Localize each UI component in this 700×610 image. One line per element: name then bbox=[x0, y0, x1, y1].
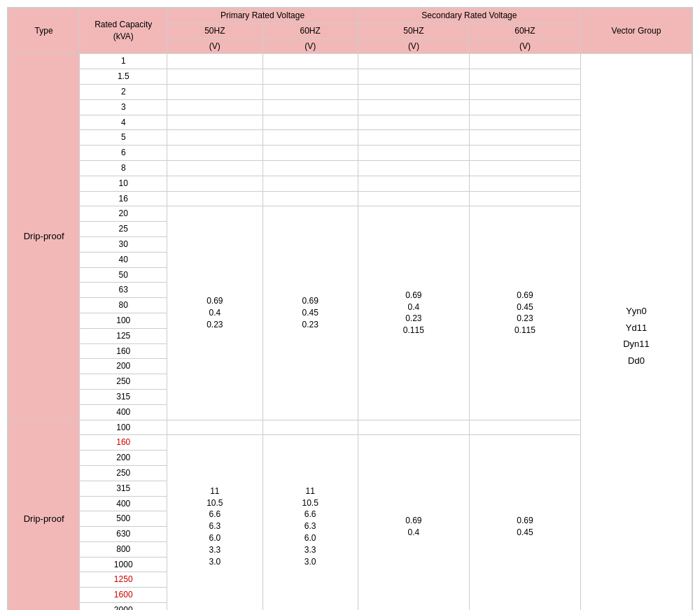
capacity-cell: 80 bbox=[80, 298, 167, 313]
empty-cell bbox=[469, 69, 580, 85]
empty-cell bbox=[167, 69, 262, 85]
empty-cell bbox=[469, 54, 580, 69]
secondary-50hz-header: 50HZ bbox=[358, 23, 469, 38]
empty-cell bbox=[469, 176, 580, 191]
capacity-cell: 1250 bbox=[80, 572, 167, 588]
capacity-cell: 1000 bbox=[80, 557, 167, 572]
empty-cell bbox=[167, 84, 262, 99]
primary-50hz-values-g2: 1110.56.66.36.03.33.0 bbox=[167, 435, 262, 610]
empty-cell bbox=[469, 99, 580, 115]
empty-cell bbox=[358, 69, 469, 85]
empty-cell bbox=[469, 191, 580, 206]
empty-cell bbox=[358, 176, 469, 191]
capacity-cell: 100 bbox=[80, 420, 167, 435]
empty-cell bbox=[167, 130, 262, 146]
capacity-cell: 20 bbox=[80, 206, 167, 222]
primary-60hz-values-g1: 0.690.450.23 bbox=[262, 206, 358, 420]
empty-cell bbox=[167, 99, 262, 115]
capacity-cell: 630 bbox=[80, 527, 167, 542]
transformer-table-container: Type Rated Capacity (kVA) Primary Rated … bbox=[7, 7, 693, 610]
empty-cell bbox=[358, 191, 469, 206]
capacity-cell: 400 bbox=[80, 404, 167, 420]
empty-cell bbox=[262, 130, 358, 146]
primary-voltage-header: Primary Rated Voltage bbox=[167, 8, 358, 24]
empty-cell bbox=[469, 160, 580, 176]
capacity-cell: 5 bbox=[80, 130, 167, 146]
empty-cell bbox=[358, 130, 469, 146]
empty-cell bbox=[167, 191, 262, 206]
secondary-50hz-unit: (V) bbox=[358, 38, 469, 54]
secondary-60hz-values-g1: 0.690.450.230.115 bbox=[469, 206, 580, 420]
primary-60hz-header: 60HZ bbox=[262, 23, 358, 38]
capacity-cell: 250 bbox=[80, 374, 167, 390]
empty-cell bbox=[469, 146, 580, 161]
empty-cell bbox=[358, 160, 469, 176]
empty-cell bbox=[262, 115, 358, 130]
capacity-cell: 10 bbox=[80, 176, 167, 191]
empty-cell bbox=[167, 176, 262, 191]
empty-cell bbox=[167, 115, 262, 130]
empty-cell bbox=[262, 69, 358, 85]
empty-cell bbox=[262, 420, 358, 435]
capacity-cell: 500 bbox=[80, 511, 167, 527]
type-drip-proof-1: Drip-proof bbox=[8, 54, 80, 420]
capacity-cell: 8 bbox=[80, 160, 167, 176]
capacity-cell: 250 bbox=[80, 465, 167, 481]
capacity-cell: 50 bbox=[80, 267, 167, 283]
capacity-cell: 100 bbox=[80, 313, 167, 328]
empty-cell bbox=[262, 54, 358, 69]
empty-cell bbox=[167, 54, 262, 69]
empty-cell bbox=[469, 130, 580, 146]
empty-cell bbox=[262, 160, 358, 176]
empty-cell bbox=[167, 160, 262, 176]
capacity-cell: 2000 bbox=[80, 603, 167, 610]
empty-cell bbox=[469, 84, 580, 99]
capacity-cell: 40 bbox=[80, 252, 167, 267]
empty-cell bbox=[262, 191, 358, 206]
capacity-cell: 4 bbox=[80, 115, 167, 130]
capacity-cell: 6 bbox=[80, 146, 167, 161]
empty-cell bbox=[262, 146, 358, 161]
secondary-voltage-header: Secondary Rated Voltage bbox=[358, 8, 580, 24]
capacity-cell: 800 bbox=[80, 541, 167, 557]
secondary-60hz-unit: (V) bbox=[469, 38, 580, 54]
capacity-cell: 2 bbox=[80, 84, 167, 99]
empty-cell bbox=[358, 54, 469, 69]
capacity-cell: 315 bbox=[80, 481, 167, 496]
primary-50hz-header: 50HZ bbox=[167, 23, 262, 38]
empty-cell bbox=[358, 115, 469, 130]
capacity-cell: 1.5 bbox=[80, 69, 167, 85]
capacity-cell: 125 bbox=[80, 328, 167, 343]
capacity-cell: 200 bbox=[80, 359, 167, 374]
empty-cell bbox=[167, 420, 262, 435]
primary-50hz-values-g1: 0.690.40.23 bbox=[167, 206, 262, 420]
primary-60hz-values-g2: 1110.56.66.36.03.33.0 bbox=[262, 435, 358, 610]
capacity-cell: 1 bbox=[80, 54, 167, 69]
secondary-60hz-values-g2: 0.690.45 bbox=[469, 435, 580, 610]
capacity-cell: 3 bbox=[80, 99, 167, 115]
empty-cell bbox=[358, 99, 469, 115]
capacity-cell: 16 bbox=[80, 191, 167, 206]
vector-group-header: Vector Group bbox=[580, 8, 692, 54]
capacity-cell: 200 bbox=[80, 451, 167, 466]
empty-cell bbox=[358, 84, 469, 99]
transformer-table: Type Rated Capacity (kVA) Primary Rated … bbox=[8, 8, 692, 610]
secondary-50hz-values-g2: 0.690.4 bbox=[358, 435, 469, 610]
empty-cell bbox=[167, 146, 262, 161]
secondary-60hz-header: 60HZ bbox=[469, 23, 580, 38]
empty-cell bbox=[358, 146, 469, 161]
capacity-cell: 160 bbox=[80, 343, 167, 359]
empty-cell bbox=[469, 420, 580, 435]
capacity-cell: 63 bbox=[80, 283, 167, 298]
vector-group-cell: Yyn0Yd11Dyn11Dd0 bbox=[580, 54, 692, 610]
type-header: Type bbox=[8, 8, 80, 54]
empty-cell bbox=[358, 420, 469, 435]
empty-cell bbox=[262, 176, 358, 191]
type-drip-proof-2: Drip-proof bbox=[8, 420, 80, 610]
empty-cell bbox=[469, 115, 580, 130]
capacity-cell: 1600 bbox=[80, 588, 167, 603]
capacity-header: Rated Capacity (kVA) bbox=[80, 8, 167, 54]
capacity-cell: 30 bbox=[80, 236, 167, 252]
primary-50hz-unit: (V) bbox=[167, 38, 262, 54]
capacity-cell: 25 bbox=[80, 222, 167, 237]
